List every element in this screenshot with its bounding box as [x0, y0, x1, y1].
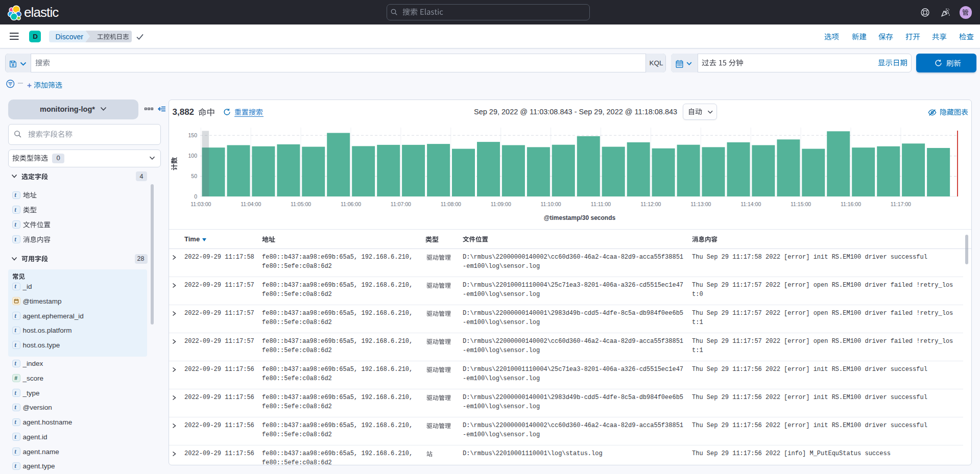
svg-text:150: 150 — [188, 132, 197, 138]
svg-text:11:05:00: 11:05:00 — [291, 201, 311, 207]
svg-text:11:15:00: 11:15:00 — [791, 201, 811, 207]
svg-text:0: 0 — [194, 193, 197, 199]
svg-text:11:04:00: 11:04:00 — [241, 201, 261, 207]
svg-text:11:13:00: 11:13:00 — [690, 201, 711, 207]
svg-text:11:17:00: 11:17:00 — [891, 201, 911, 207]
svg-text:11:16:00: 11:16:00 — [841, 201, 861, 207]
svg-text:11:09:00: 11:09:00 — [491, 201, 511, 207]
svg-text:100: 100 — [188, 153, 197, 159]
svg-text:11:11:00: 11:11:00 — [591, 201, 611, 207]
svg-text:11:06:00: 11:06:00 — [341, 201, 361, 207]
svg-text:11:10:00: 11:10:00 — [541, 201, 561, 207]
svg-text:@timestamp/30 seconds: @timestamp/30 seconds — [544, 214, 616, 221]
svg-text:11:03:00: 11:03:00 — [190, 201, 211, 207]
svg-text:11:08:00: 11:08:00 — [441, 201, 461, 207]
svg-text:11:07:00: 11:07:00 — [391, 201, 411, 207]
svg-text:11:14:00: 11:14:00 — [740, 201, 761, 207]
svg-text:11:12:00: 11:12:00 — [640, 201, 661, 207]
svg-text:50: 50 — [191, 173, 197, 179]
